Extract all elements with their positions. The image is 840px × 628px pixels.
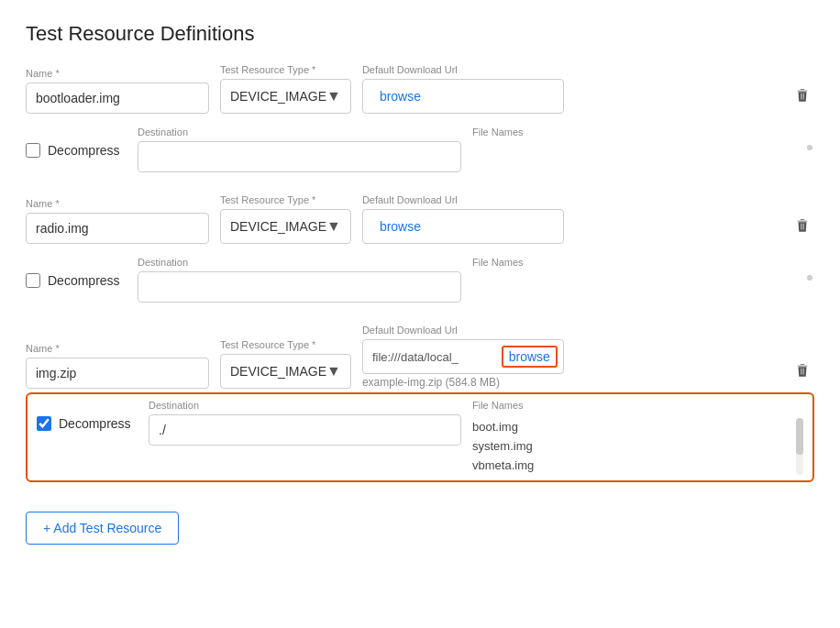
name-input-3[interactable] (26, 358, 209, 389)
destination-group-3: Destination (149, 400, 461, 446)
name-group-2: Name * (26, 198, 209, 244)
url-group-2: Default Download Urlbrowse (362, 194, 564, 244)
destination-label-2: Destination (138, 257, 461, 268)
destination-group-1: Destination (138, 127, 461, 172)
resource-section-2: Name * Test Resource Type * DEVICE_IMAGE… (26, 194, 814, 310)
delete-button-3[interactable] (790, 358, 814, 387)
name-group-1: Name * (26, 68, 209, 114)
filenames-group-1: File Names (472, 127, 796, 145)
type-value-2: DEVICE_IMAGE (230, 219, 326, 234)
destination-label-1: Destination (138, 127, 461, 138)
url-label-2: Default Download Url (362, 194, 564, 205)
resource-section-1: Name * Test Resource Type * DEVICE_IMAGE… (26, 64, 814, 180)
url-label-3: Default Download Url (362, 325, 564, 336)
resource-row-1: Name * Test Resource Type * DEVICE_IMAGE… (26, 64, 814, 114)
dropdown-icon-2: ▼ (326, 218, 341, 235)
destination-input-3[interactable] (149, 414, 461, 446)
browse-link-1[interactable]: browse (380, 89, 421, 104)
trash-icon-1 (794, 87, 811, 104)
name-label-3: Name * (26, 343, 209, 354)
url-outer-2: Default Download Urlbrowse (362, 194, 564, 244)
decompress-row-3: DecompressDestinationFile Namesboot.imgs… (26, 392, 814, 482)
name-label-1: Name * (26, 68, 209, 79)
browse-link-3[interactable]: browse (502, 346, 558, 368)
filenames-group-2: File Names (472, 257, 796, 275)
type-select-3[interactable]: DEVICE_IMAGE ▼ (220, 354, 351, 389)
url-group-3: Default Download Urlfile:///data/local_b… (362, 325, 564, 374)
decompress-checkbox-2[interactable] (26, 273, 40, 288)
url-wrap-1: browse (362, 79, 564, 114)
decompress-section-2: Decompress (26, 257, 127, 288)
type-label-1: Test Resource Type * (220, 64, 351, 75)
name-label-2: Name * (26, 198, 209, 209)
decompress-section-1: Decompress (26, 127, 127, 158)
name-group-3: Name * (26, 343, 209, 389)
add-test-resource-button[interactable]: + Add Test Resource (26, 512, 179, 545)
delete-button-1[interactable] (790, 83, 814, 112)
trash-icon-2 (794, 217, 811, 234)
resource-section-3: Name * Test Resource Type * DEVICE_IMAGE… (26, 325, 814, 482)
type-select-1[interactable]: DEVICE_IMAGE ▼ (220, 79, 351, 114)
type-group-1: Test Resource Type * DEVICE_IMAGE ▼ (220, 64, 351, 114)
delete-button-2[interactable] (790, 214, 814, 242)
filenames-text-3: boot.imgsystem.imgvbmeta.img (472, 414, 785, 475)
decompress-checkbox-3[interactable] (37, 416, 51, 431)
scroll-dot-2 (807, 257, 814, 281)
filenames-label-2: File Names (472, 257, 796, 268)
resource-row-3: Name * Test Resource Type * DEVICE_IMAGE… (26, 325, 814, 389)
decompress-label-2: Decompress (48, 273, 120, 288)
name-input-2[interactable] (26, 213, 209, 244)
type-group-3: Test Resource Type * DEVICE_IMAGE ▼ (220, 339, 351, 389)
resources-container: Name * Test Resource Type * DEVICE_IMAGE… (26, 64, 814, 482)
type-group-2: Test Resource Type * DEVICE_IMAGE ▼ (220, 194, 351, 244)
url-label-1: Default Download Url (362, 64, 564, 75)
destination-input-1[interactable] (138, 141, 461, 172)
url-outer-3: Default Download Urlfile:///data/local_b… (362, 325, 564, 389)
filenames-group-3: File Namesboot.imgsystem.imgvbmeta.img (472, 400, 785, 475)
filenames-label-1: File Names (472, 127, 796, 138)
url-wrap-2: browse (362, 209, 564, 244)
url-outer-1: Default Download Urlbrowse (362, 64, 564, 114)
browse-link-2[interactable]: browse (380, 219, 421, 234)
scroll-dot-1 (807, 127, 814, 150)
decompress-section-3: Decompress (37, 400, 138, 431)
destination-label-3: Destination (149, 400, 461, 411)
dropdown-icon-3: ▼ (326, 363, 341, 380)
destination-input-2[interactable] (138, 271, 461, 303)
type-value-1: DEVICE_IMAGE (230, 89, 326, 104)
type-value-3: DEVICE_IMAGE (230, 364, 326, 379)
decompress-label-3: Decompress (59, 416, 131, 431)
name-input-1[interactable] (26, 83, 209, 114)
file-info-3: example-img.zip (584.8 MB) (362, 376, 564, 389)
destination-group-2: Destination (138, 257, 461, 303)
page-title: Test Resource Definitions (26, 22, 814, 46)
type-label-3: Test Resource Type * (220, 339, 351, 350)
decompress-label-1: Decompress (48, 143, 120, 158)
decompress-row-2: DecompressDestinationFile Names (26, 249, 814, 310)
url-wrap-3: file:///data/local_browse (362, 339, 564, 374)
decompress-row-1: DecompressDestinationFile Names (26, 119, 814, 180)
type-select-2[interactable]: DEVICE_IMAGE ▼ (220, 209, 351, 244)
scrollbar-3[interactable] (796, 418, 803, 475)
resource-row-2: Name * Test Resource Type * DEVICE_IMAGE… (26, 194, 814, 244)
trash-icon-3 (794, 362, 811, 379)
filenames-text-1 (472, 141, 796, 145)
decompress-checkbox-1[interactable] (26, 143, 40, 158)
type-label-2: Test Resource Type * (220, 194, 351, 205)
url-group-1: Default Download Urlbrowse (362, 64, 564, 114)
filenames-label-3: File Names (472, 400, 785, 411)
dropdown-icon-1: ▼ (326, 88, 341, 105)
filenames-text-2 (472, 271, 796, 275)
url-text-3: file:///data/local_ (372, 350, 494, 364)
